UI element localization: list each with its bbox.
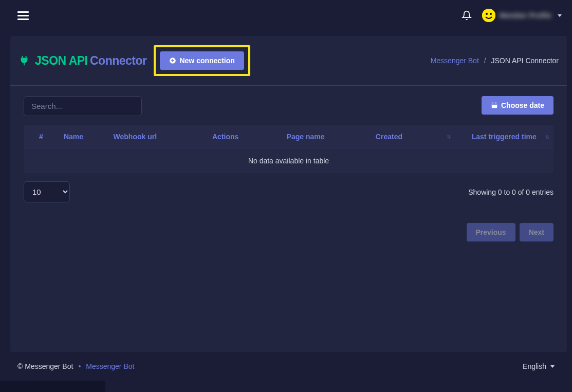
col-actions[interactable]: Actions: [207, 133, 282, 141]
sort-icon: ⇅: [447, 134, 451, 140]
pagination: Previous Next: [24, 223, 553, 241]
panel-body: Choose date # Name Webhook url Actions P…: [10, 86, 567, 352]
footer-copyright: © Messenger Bot: [17, 362, 73, 370]
bottom-accent-bar: [0, 381, 105, 392]
svg-rect-5: [492, 103, 497, 105]
svg-point-0: [482, 9, 495, 22]
col-created-label: Created: [376, 133, 402, 141]
col-page-name[interactable]: Page name: [282, 133, 371, 141]
user-name: Member Profile: [500, 11, 551, 20]
main-panel: JSON API Connector New connection Messen…: [10, 36, 567, 352]
footer-bullet: •: [78, 362, 81, 370]
avatar-smiley-icon: [482, 9, 495, 22]
page-title-group: JSON API Connector New connection: [19, 45, 250, 76]
below-table-row: 10 Showing 0 to 0 of 0 entries: [24, 181, 553, 202]
bell-icon[interactable]: [462, 10, 472, 21]
plug-icon: [19, 55, 30, 66]
user-menu[interactable]: Member Profile: [482, 9, 562, 22]
breadcrumb-parent-link[interactable]: Messenger Bot: [431, 57, 479, 65]
breadcrumb: Messenger Bot / JSON API Connector: [431, 57, 559, 65]
svg-point-1: [486, 13, 488, 15]
new-connection-label: New connection: [179, 57, 234, 65]
sort-icon: ⇅: [545, 134, 549, 140]
chevron-down-icon: [558, 14, 562, 17]
col-webhook[interactable]: Webhook url: [108, 133, 207, 141]
col-number[interactable]: #: [24, 133, 59, 141]
table-header-row: # Name Webhook url Actions Page name Cre…: [24, 125, 553, 148]
search-input[interactable]: [24, 96, 142, 116]
table-empty-message: No data available in table: [24, 148, 553, 173]
title-part-one: JSON API: [35, 54, 88, 67]
top-bar: Member Profile: [0, 0, 572, 31]
col-last-triggered-label: Last triggered time: [472, 133, 537, 141]
page-title: JSON API Connector: [35, 54, 146, 68]
chevron-down-icon: [550, 365, 555, 368]
language-label: English: [523, 362, 546, 370]
language-selector[interactable]: English: [523, 362, 555, 370]
content: JSON API Connector New connection Messen…: [0, 31, 572, 352]
choose-date-button[interactable]: Choose date: [482, 96, 553, 115]
plus-circle-icon: [169, 57, 176, 64]
showing-text: Showing 0 to 0 of 0 entries: [468, 188, 553, 196]
footer: © Messenger Bot • Messenger Bot English: [0, 352, 572, 381]
next-button[interactable]: Next: [520, 223, 553, 241]
controls-row: Choose date: [24, 96, 553, 116]
new-connection-highlight: New connection: [154, 45, 250, 76]
col-name[interactable]: Name: [59, 133, 108, 141]
col-last-triggered[interactable]: Last triggered time ⇅: [455, 133, 553, 141]
per-page-select[interactable]: 10: [24, 181, 70, 202]
svg-point-2: [490, 13, 492, 15]
previous-button[interactable]: Previous: [467, 223, 515, 241]
hamburger-menu-button[interactable]: [17, 11, 29, 20]
choose-date-label: Choose date: [501, 101, 544, 109]
breadcrumb-separator: /: [484, 57, 486, 65]
footer-left: © Messenger Bot • Messenger Bot: [17, 362, 134, 370]
panel-header: JSON API Connector New connection Messen…: [10, 36, 567, 86]
col-created[interactable]: Created ⇅: [371, 133, 455, 141]
calendar-icon: [491, 102, 498, 109]
footer-link[interactable]: Messenger Bot: [86, 362, 134, 370]
title-part-two: Connector: [90, 54, 147, 67]
new-connection-button[interactable]: New connection: [160, 51, 244, 70]
breadcrumb-current: JSON API Connector: [491, 57, 559, 65]
data-table: # Name Webhook url Actions Page name Cre…: [24, 125, 553, 173]
topbar-right: Member Profile: [462, 9, 562, 22]
